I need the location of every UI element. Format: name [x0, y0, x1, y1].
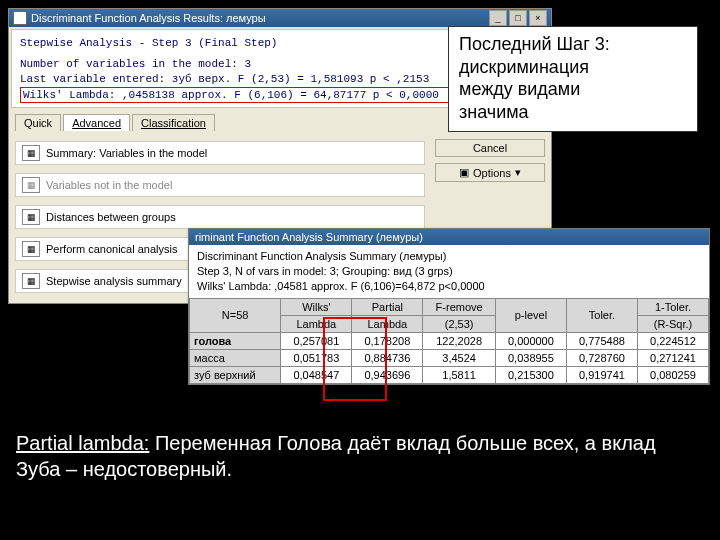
col-1toler-b: (R-Sqr.) [637, 315, 708, 332]
col-toler: Toler. [566, 298, 637, 332]
col-partial: Partial [352, 298, 423, 315]
col-1toler: 1-Toler. [637, 298, 708, 315]
ss-window-title: riminant Function Analysis Summary (лему… [195, 231, 423, 243]
action-label: Variables not in the model [46, 179, 172, 191]
action-label: Summary: Variables in the model [46, 147, 207, 159]
col-fremove-b: (2,53) [423, 315, 496, 332]
options-icon: ▣ [459, 166, 469, 179]
ss-h2: Step 3, N of vars in model: 3; Grouping:… [197, 264, 701, 279]
cancel-button[interactable]: Cancel [435, 139, 545, 157]
action-label: Stepwise analysis summary [46, 275, 182, 287]
annot-l3: между видами [459, 78, 687, 101]
col-fremove: F-remove [423, 298, 496, 315]
cell: 0,000000 [495, 332, 566, 349]
action-distances[interactable]: ▦ Distances between groups [15, 205, 425, 229]
cell: 0,178208 [352, 332, 423, 349]
chevron-down-icon: ▾ [515, 166, 521, 179]
grid-icon: ▦ [22, 273, 40, 289]
window-icon [13, 11, 27, 25]
annot-l1: Последний Шаг 3: [459, 33, 687, 56]
cell: 0,051783 [281, 349, 352, 366]
col-wilks: Wilks' [281, 298, 352, 315]
titlebar[interactable]: Discriminant Function Analysis Results: … [9, 9, 551, 27]
annot-l4: значима [459, 101, 687, 124]
grid-icon: ▦ [22, 209, 40, 225]
cell: 122,2028 [423, 332, 496, 349]
ss-h1: Discriminant Function Analysis Summary (… [197, 249, 701, 264]
cell: 0,919741 [566, 366, 637, 383]
options-label: Options [473, 167, 511, 179]
cancel-label: Cancel [473, 142, 507, 154]
action-summary-vars[interactable]: ▦ Summary: Variables in the model [15, 141, 425, 165]
bottom-annotation: Partial lambda: Переменная Голова даёт в… [16, 430, 696, 482]
cell: 0,257081 [281, 332, 352, 349]
grid-icon: ▦ [22, 145, 40, 161]
tab-strip: Quick Advanced Classification [15, 114, 215, 131]
table-row: голова 0,257081 0,178208 122,2028 0,0000… [190, 332, 709, 349]
action-label: Perform canonical analysis [46, 243, 177, 255]
cell: 0,038955 [495, 349, 566, 366]
tab-quick[interactable]: Quick [15, 114, 61, 131]
options-button[interactable]: ▣ Options ▾ [435, 163, 545, 182]
close-button[interactable]: × [529, 10, 547, 26]
summary-table: N=58 Wilks' Partial F-remove p-level Tol… [189, 298, 709, 384]
col-partial-b: Lambda [352, 315, 423, 332]
annotation-box: Последний Шаг 3: дискриминация между вид… [448, 26, 698, 132]
summary-spreadsheet-window: riminant Function Analysis Summary (лему… [188, 228, 710, 385]
col-plevel: p-level [495, 298, 566, 332]
cell: 0,224512 [637, 332, 708, 349]
cell: 0,728760 [566, 349, 637, 366]
rowhead-golova: голова [190, 332, 281, 349]
window-title: Discriminant Function Analysis Results: … [31, 12, 266, 24]
cell: 3,4524 [423, 349, 496, 366]
ss-titlebar[interactable]: riminant Function Analysis Summary (лему… [189, 229, 709, 245]
cell: 1,5811 [423, 366, 496, 383]
rowhead-zub: зуб верхний [190, 366, 281, 383]
grid-icon: ▦ [22, 177, 40, 193]
cell: 0,080259 [637, 366, 708, 383]
table-row: масса 0,051783 0,884736 3,4524 0,038955 … [190, 349, 709, 366]
grid-icon: ▦ [22, 241, 40, 257]
cell: 0,271241 [637, 349, 708, 366]
cell: 0,048547 [281, 366, 352, 383]
cell: 0,775488 [566, 332, 637, 349]
tab-classification[interactable]: Classification [132, 114, 215, 131]
col-wilks-b: Lambda [281, 315, 352, 332]
action-label: Distances between groups [46, 211, 176, 223]
table-row: зуб верхний 0,048547 0,943696 1,5811 0,2… [190, 366, 709, 383]
bottom-ul: Partial lambda: [16, 432, 149, 454]
wilks-line: Wilks' Lambda: ,0458138 approx. F (6,106… [23, 89, 439, 101]
maximize-button[interactable]: □ [509, 10, 527, 26]
cell: 0,943696 [352, 366, 423, 383]
rowhead-massa: масса [190, 349, 281, 366]
minimize-button[interactable]: _ [489, 10, 507, 26]
action-vars-not-in-model[interactable]: ▦ Variables not in the model [15, 173, 425, 197]
ss-header-text: Discriminant Function Analysis Summary (… [189, 245, 709, 298]
annot-l2: дискриминация [459, 56, 687, 79]
cell: 0,884736 [352, 349, 423, 366]
corner-cell: N=58 [190, 298, 281, 332]
tab-advanced[interactable]: Advanced [63, 114, 130, 131]
ss-h3: Wilks' Lambda: ,04581 approx. F (6,106)=… [197, 279, 701, 294]
cell: 0,215300 [495, 366, 566, 383]
